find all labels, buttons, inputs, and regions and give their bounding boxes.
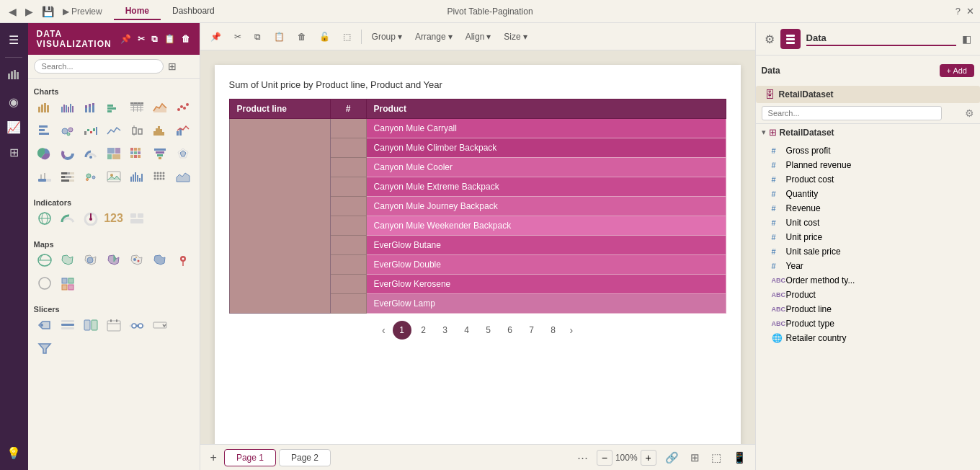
field-year[interactable]: # Year xyxy=(767,259,974,273)
phone-view-button[interactable]: 📱 xyxy=(730,450,749,466)
field-unit-cost[interactable]: # Unit cost xyxy=(767,216,974,230)
forward-button[interactable]: ▶ xyxy=(22,4,36,19)
field-product-type[interactable]: ABC Product type xyxy=(767,316,974,331)
close-button[interactable]: ✕ xyxy=(966,6,974,17)
field-quantity[interactable]: # Quantity xyxy=(767,187,974,201)
world-map-icon[interactable] xyxy=(34,250,55,270)
field-product[interactable]: ABC Product xyxy=(767,288,974,302)
sidebar-icon-line[interactable]: 📈 xyxy=(1,116,27,138)
add-page-button[interactable]: + xyxy=(206,450,221,466)
region-map-icon[interactable] xyxy=(57,250,79,270)
filled-map-icon[interactable] xyxy=(149,250,171,270)
semi-gauge-icon[interactable] xyxy=(57,208,79,229)
page-2-button[interactable]: 2 xyxy=(414,321,433,340)
settings-icon[interactable]: ⚙ xyxy=(765,32,775,46)
search-input[interactable] xyxy=(34,59,164,74)
sidebar-icon-menu[interactable]: ☰ xyxy=(1,29,27,51)
frame-button[interactable]: ⬚ xyxy=(708,450,724,466)
bubble-icon[interactable] xyxy=(57,120,79,141)
treemap-icon[interactable] xyxy=(103,143,125,164)
dropdown-slicer-icon[interactable] xyxy=(149,315,171,335)
area-full-icon[interactable] xyxy=(172,167,194,187)
size-button[interactable]: Size ▾ xyxy=(499,30,531,44)
next-page-button[interactable]: › xyxy=(566,323,578,337)
pin-map-icon[interactable] xyxy=(172,250,194,270)
sidebar-icon-circle[interactable]: ◉ xyxy=(1,91,27,113)
list-slicer-icon[interactable] xyxy=(57,315,79,335)
help-button[interactable]: ? xyxy=(956,6,961,17)
heatmap-icon[interactable] xyxy=(126,143,148,164)
page-1-button[interactable]: 1 xyxy=(393,321,411,340)
bar-h-icon[interactable] xyxy=(34,120,55,141)
field-settings-icon[interactable]: ⚙ xyxy=(965,107,974,119)
page-3-button[interactable]: 3 xyxy=(436,321,455,340)
bubble-map-icon[interactable] xyxy=(80,250,102,270)
image-icon[interactable] xyxy=(103,167,125,187)
pin-toolbar-button[interactable]: 📌 xyxy=(206,30,226,44)
page-tab-1[interactable]: Page 1 xyxy=(224,449,276,466)
more-options-button[interactable]: ⋯ xyxy=(574,450,591,466)
zoom-out-button[interactable]: − xyxy=(597,450,612,466)
table-chart-icon[interactable] xyxy=(126,97,148,117)
field-product-line[interactable]: ABC Product line xyxy=(767,302,974,316)
forward-toolbar-button[interactable]: ⬚ xyxy=(339,30,355,44)
area-chart-icon[interactable] xyxy=(149,97,171,117)
align-button[interactable]: Align ▾ xyxy=(461,30,496,44)
save-button[interactable]: 💾 xyxy=(39,4,57,19)
location-grid-icon[interactable] xyxy=(57,273,79,293)
date-slicer-icon[interactable] xyxy=(103,315,125,335)
prev-page-button[interactable]: ‹ xyxy=(378,323,390,337)
cut-toolbar-button[interactable]: ✂ xyxy=(230,30,246,44)
dataset-row[interactable]: 🗄 RetailDataset xyxy=(756,86,980,103)
page-6-button[interactable]: 6 xyxy=(501,321,520,340)
back-button[interactable]: ◀ xyxy=(6,4,19,19)
sparkbar-icon[interactable] xyxy=(126,167,148,187)
grid-view-button[interactable]: ⊞ xyxy=(687,450,703,466)
range-slicer-icon[interactable] xyxy=(126,315,148,335)
field-product-cost[interactable]: # Product cost xyxy=(767,172,974,187)
add-data-button[interactable]: + Add xyxy=(940,64,974,77)
sidebar-icon-grid[interactable]: ⊞ xyxy=(1,141,27,164)
number-indicator-icon[interactable]: 123 xyxy=(103,208,125,229)
multi-bar-icon[interactable] xyxy=(57,97,79,117)
field-unit-sale-price[interactable]: # Unit sale price xyxy=(767,244,974,259)
copy-toolbar-button[interactable]: ⧉ xyxy=(250,30,265,44)
field-revenue[interactable]: # Revenue xyxy=(767,201,974,216)
collapse-panel-button[interactable]: ◧ xyxy=(962,33,971,45)
arrange-button[interactable]: Arrange ▾ xyxy=(411,30,457,44)
dot-matrix-icon[interactable] xyxy=(149,167,171,187)
field-retailer-country[interactable]: 🌐 Retailer country xyxy=(767,331,974,345)
filter-icon[interactable] xyxy=(34,338,55,358)
run-button[interactable]: ▶ Home Preview xyxy=(60,5,105,18)
page-8-button[interactable]: 8 xyxy=(544,321,563,340)
page-7-button[interactable]: 7 xyxy=(522,321,541,340)
full-gauge-icon[interactable] xyxy=(80,208,102,229)
box-icon[interactable] xyxy=(126,120,148,141)
paste-toolbar-button[interactable]: 📋 xyxy=(270,30,289,44)
funnel-icon[interactable] xyxy=(149,143,171,164)
gauge-icon[interactable] xyxy=(80,143,102,164)
field-unit-price[interactable]: # Unit price xyxy=(767,230,974,244)
field-search-input[interactable] xyxy=(762,106,942,120)
link-button[interactable]: 🔗 xyxy=(662,450,682,466)
tab-home[interactable]: Home xyxy=(114,3,161,20)
field-planned-revenue[interactable]: # Planned revenue xyxy=(767,158,974,172)
zoom-in-button[interactable]: + xyxy=(641,450,656,466)
field-gross-profit[interactable]: # Gross profit xyxy=(767,143,974,158)
donut-icon[interactable] xyxy=(57,143,79,164)
dataset-expand-row[interactable]: ▾ ⊞ RetailDataset xyxy=(756,124,980,141)
radar-icon[interactable] xyxy=(172,143,194,164)
globe-indicator-icon[interactable] xyxy=(34,208,55,229)
card-slicer-icon[interactable] xyxy=(80,315,102,335)
tag-slicer-icon[interactable] xyxy=(34,315,55,335)
pie-icon[interactable] xyxy=(34,143,55,164)
bar-chart-icon[interactable] xyxy=(34,97,55,117)
globe-map-2-icon[interactable] xyxy=(34,273,55,293)
field-order-method[interactable]: ABC Order method ty... xyxy=(767,273,974,288)
bullet-icon[interactable] xyxy=(57,167,79,187)
sidebar-icon-bulb[interactable]: 💡 xyxy=(1,442,27,464)
page-5-button[interactable]: 5 xyxy=(479,321,498,340)
tab-dashboard[interactable]: Dashboard xyxy=(161,3,226,20)
page-4-button[interactable]: 4 xyxy=(458,321,476,340)
delete-toolbar-button[interactable]: 🗑 xyxy=(293,30,311,44)
